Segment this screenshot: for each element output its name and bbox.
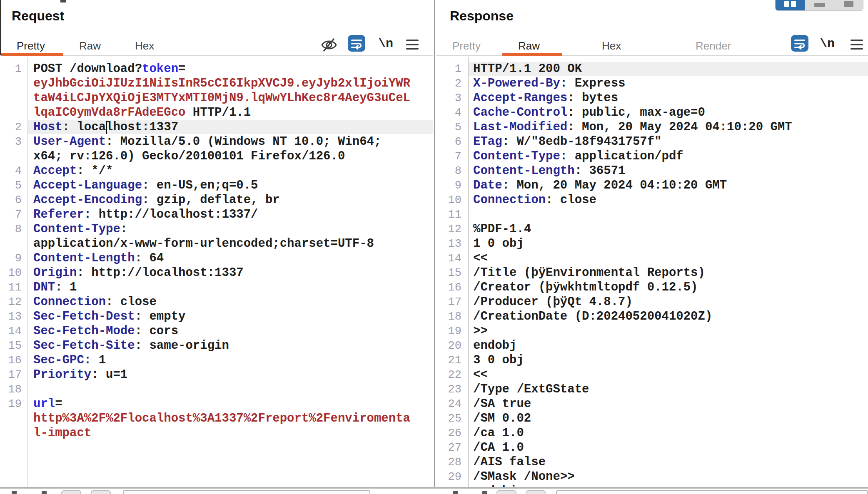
code-text: Sec-Fetch-Dest: empty	[27, 310, 433, 323]
code-row[interactable]: 131 0 obj	[436, 236, 868, 251]
code-row[interactable]: 3Accept-Ranges: bytes	[436, 91, 868, 105]
search-prev-button[interactable]	[496, 490, 516, 494]
code-row[interactable]: 23/Type /ExtGState	[436, 382, 868, 397]
line-number: 9	[436, 179, 468, 192]
single-pane-layout-button[interactable]	[834, 0, 863, 10]
request-menu-icon[interactable]	[406, 40, 419, 50]
request-gutter-line	[27, 57, 28, 488]
newline-icon[interactable]: \n	[378, 37, 393, 51]
code-text: Sec-Fetch-Mode: cors	[27, 324, 433, 338]
panel-left-edge	[0, 0, 1, 56]
code-row[interactable]: 15Sec-Fetch-Site: same-origin	[0, 338, 433, 353]
code-row[interactable]: 19url=	[0, 397, 433, 411]
line-number: 28	[436, 456, 468, 469]
request-tab-pretty[interactable]: Pretty	[17, 40, 45, 52]
response-tab-render[interactable]: Render	[696, 40, 731, 52]
request-tab-raw[interactable]: Raw	[79, 40, 101, 52]
code-row[interactable]: 14Sec-Fetch-Mode: cors	[0, 324, 433, 338]
code-row[interactable]: 14<<	[436, 251, 868, 266]
code-row[interactable]: 2Host: localhost:1337	[0, 120, 433, 134]
response-active-tab-underline	[502, 53, 562, 56]
code-row[interactable]: 19>>	[436, 324, 868, 338]
code-row[interactable]: 22<<	[436, 367, 868, 382]
code-row[interactable]: 24/SA true	[436, 397, 868, 411]
code-text: endobj	[468, 339, 868, 353]
code-row[interactable]: 13Sec-Fetch-Dest: empty	[0, 309, 433, 324]
code-row[interactable]: 12%PDF-1.4	[436, 222, 868, 236]
code-row[interactable]: 9Date: Mon, 20 May 2024 04:10:20 GMT	[436, 178, 868, 193]
line-number: 10	[0, 267, 27, 279]
line-number: 5	[0, 179, 27, 192]
code-row[interactable]: 10Origin: http://localhost:1337	[0, 266, 433, 280]
code-row[interactable]: 16/Creator (þÿwkhtmltopdf 0.12.5)	[436, 280, 868, 295]
word-wrap-icon[interactable]	[791, 35, 808, 52]
code-row[interactable]: 1HTTP/1.1 200 OK	[436, 62, 868, 76]
panel-splitter[interactable]	[434, 0, 435, 487]
code-row[interactable]: l-impact	[0, 426, 433, 440]
code-row[interactable]: x64; rv:126.0) Gecko/20100101 Firefox/12…	[0, 149, 433, 164]
code-row[interactable]: 25/SM 0.02	[436, 411, 868, 426]
code-row[interactable]: 9Content-Length: 64	[0, 251, 433, 266]
rows-layout-button[interactable]	[805, 0, 834, 10]
code-row[interactable]: 4Accept: */*	[0, 164, 433, 178]
code-row[interactable]: eyJhbGciOiJIUzI1NiIsInR5cCI6IkpXVCJ9.eyJ…	[0, 76, 433, 91]
code-row[interactable]: 7Referer: http://localhost:1337/	[0, 207, 433, 222]
cutoff-search-icon	[453, 491, 458, 494]
line-number: 4	[436, 107, 468, 119]
code-row[interactable]: 6Accept-Encoding: gzip, deflate, br	[0, 193, 433, 207]
response-search-input[interactable]	[556, 490, 868, 494]
code-row[interactable]: 8Content-Length: 36571	[436, 164, 868, 178]
response-tab-pretty[interactable]: Pretty	[452, 40, 481, 52]
response-menu-icon[interactable]	[851, 40, 863, 50]
code-text: Accept-Language: en-US,en;q=0.5	[27, 179, 433, 192]
code-row[interactable]: 5Last-Modified: Mon, 20 May 2024 04:10:2…	[436, 120, 868, 134]
code-row[interactable]: 1POST /download?token=	[0, 62, 433, 76]
code-row[interactable]: 12Connection: close	[0, 295, 433, 309]
line-number: 14	[0, 325, 27, 338]
code-row[interactable]: 20endobj	[436, 338, 868, 353]
word-wrap-icon[interactable]	[348, 35, 365, 52]
request-panel-title: Request	[12, 8, 64, 24]
code-row[interactable]: 15/Title (þÿEnvironmental Reports)	[436, 266, 868, 280]
code-row[interactable]: taW4iLCJpYXQiOjE3MTYxMTI0MjN9.lqWwYLhKec…	[0, 91, 433, 105]
code-row[interactable]: 16Sec-GPC: 1	[0, 353, 433, 367]
code-row[interactable]: 4Cache-Control: public, max-age=0	[436, 105, 868, 120]
code-row[interactable]: 6ETag: W/"8edb-18f9431757f"	[436, 134, 868, 149]
request-editor[interactable]: 1POST /download?token=eyJhbGciOiJIUzI1Ni…	[0, 62, 433, 488]
code-text: Connection: close	[468, 193, 868, 207]
code-row[interactable]: 18	[0, 382, 433, 397]
search-next-button[interactable]	[91, 490, 111, 494]
code-row[interactable]: 2X-Powered-By: Express	[436, 76, 868, 91]
code-row[interactable]: 3User-Agent: Mozilla/5.0 (Windows NT 10.…	[0, 134, 433, 149]
code-row[interactable]: 27/CA 1.0	[436, 440, 868, 455]
code-row[interactable]: 5Accept-Language: en-US,en;q=0.5	[0, 178, 433, 193]
request-tab-hex[interactable]: Hex	[135, 40, 154, 52]
request-search-input[interactable]	[123, 490, 370, 494]
response-tab-hex[interactable]: Hex	[602, 40, 621, 52]
code-row[interactable]: 10Connection: close	[436, 193, 868, 207]
response-editor[interactable]: 1HTTP/1.1 200 OK2X-Powered-By: Express3A…	[436, 62, 868, 488]
code-row[interactable]: 18/CreationDate (D:20240520041020Z)	[436, 309, 868, 324]
search-next-button[interactable]	[526, 490, 546, 494]
code-row[interactable]: 7Content-Type: application/pdf	[436, 149, 868, 164]
code-row[interactable]: 11	[436, 207, 868, 222]
line-number: 25	[436, 412, 468, 425]
response-tab-raw[interactable]: Raw	[518, 40, 540, 52]
code-row[interactable]: 8Content-Type:	[0, 222, 433, 236]
code-row[interactable]: 29/SMask /None>>	[436, 469, 868, 484]
code-row[interactable]: application/x-www-form-urlencoded;charse…	[0, 236, 433, 251]
code-row[interactable]: 11DNT: 1	[0, 280, 433, 295]
code-row[interactable]: lqaIC0ymVda8rFAdeEGco HTTP/1.1	[0, 105, 433, 120]
search-prev-button[interactable]	[61, 490, 81, 494]
code-row[interactable]: 17/Producer (þÿQt 4.8.7)	[436, 295, 868, 309]
code-row[interactable]: 213 0 obj	[436, 353, 868, 367]
line-number: 2	[0, 121, 27, 134]
code-row[interactable]: 28/AIS false	[436, 455, 868, 469]
code-row[interactable]: http%3A%2F%2Flocalhost%3A1337%2Freport%2…	[0, 411, 433, 426]
code-row[interactable]: 17Priority: u=1	[0, 367, 433, 382]
code-row[interactable]: 26/ca 1.0	[436, 426, 868, 440]
hide-nonprintable-eye-icon[interactable]	[320, 37, 338, 53]
repeater-message-editor: Request Pretty Raw Hex \n 1POST /downloa…	[0, 0, 868, 494]
columns-layout-button[interactable]	[776, 0, 805, 10]
newline-icon[interactable]: \n	[820, 37, 835, 51]
